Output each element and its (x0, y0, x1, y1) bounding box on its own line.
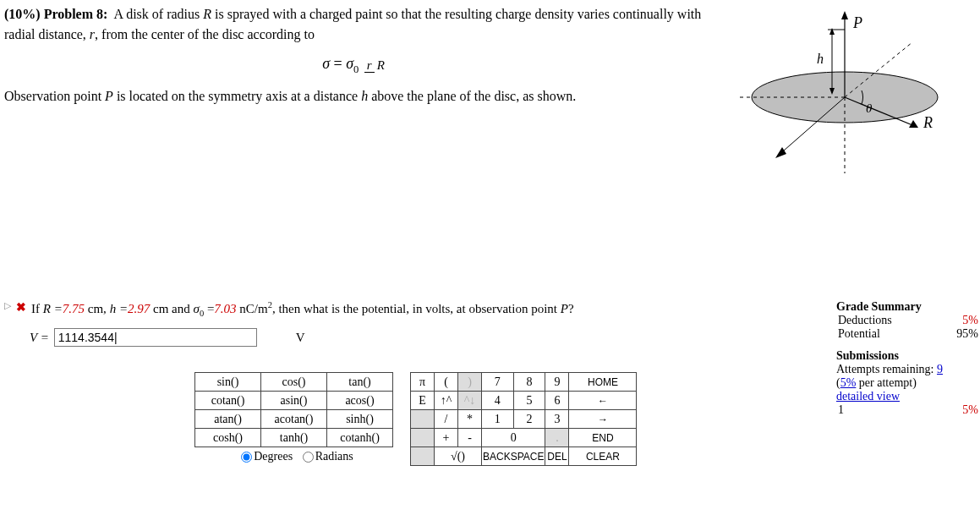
key-4[interactable]: 4 (482, 392, 514, 410)
key-minus[interactable]: - (458, 429, 482, 447)
key-left[interactable]: ← (569, 392, 637, 410)
answer-unit: V (296, 331, 305, 345)
key-6[interactable]: 6 (545, 392, 569, 410)
eq-sign: = (330, 55, 346, 72)
t: σ (193, 302, 199, 315)
key-rparen[interactable]: ) (458, 373, 482, 392)
attempt-1-value: 5% (884, 403, 980, 417)
grade-summary-title: Grade Summary (836, 300, 980, 314)
var-P: P (561, 302, 568, 315)
key-blank3 (411, 447, 435, 466)
key-del[interactable]: DEL (545, 447, 569, 466)
key-sqrt[interactable]: √() (435, 447, 482, 466)
answer-label: V = (30, 331, 49, 345)
fn-cos[interactable]: cos() (261, 373, 327, 392)
t: ? (568, 302, 574, 315)
key-2[interactable]: 2 (513, 410, 545, 429)
grade-panel: Grade Summary Deductions5% Potential95% … (836, 300, 980, 417)
deductions-value: 5% (936, 314, 980, 327)
fn-asin[interactable]: asin() (261, 392, 327, 410)
answer-input[interactable] (54, 328, 257, 347)
t: If (31, 302, 43, 315)
rad-radio[interactable] (303, 452, 314, 463)
function-pad: sin()cos()tan() cotan()asin()acos() atan… (194, 372, 393, 447)
fig-label-theta: θ (866, 101, 873, 115)
incorrect-icon: ✖ (16, 300, 26, 315)
fig-label-P: P (852, 14, 862, 31)
problem-title: Problem 8: (44, 7, 108, 21)
rad-radio-label[interactable]: Radians (296, 450, 353, 463)
fn-cotan[interactable]: cotan() (195, 392, 261, 410)
fig-label-R: R (923, 114, 933, 131)
sigma: σ (322, 55, 330, 72)
key-end[interactable]: END (569, 429, 637, 447)
expand-icon[interactable]: ▷ (4, 300, 11, 311)
key-plus[interactable]: + (435, 429, 458, 447)
fn-atan[interactable]: atan() (195, 410, 261, 429)
key-1[interactable]: 1 (482, 410, 514, 429)
key-E[interactable]: E (411, 392, 435, 410)
t: Degrees (254, 450, 293, 463)
key-5[interactable]: 5 (513, 392, 545, 410)
text: , from the center of the disc according … (95, 27, 315, 41)
h-value: 2.97 (128, 302, 150, 315)
attempt-1-label: 1 (836, 403, 884, 417)
key-clear[interactable]: CLEAR (569, 447, 637, 466)
text: A disk of radius (113, 7, 203, 21)
question-text: If R =7.75 cm, h =2.97 cm and σ0 =7.03 n… (31, 300, 976, 318)
key-backspace[interactable]: BACKSPACE (482, 447, 545, 466)
var-h: h (361, 89, 368, 103)
key-right[interactable]: → (569, 410, 637, 429)
deg-radio[interactable] (241, 452, 252, 463)
svg-marker-8 (775, 147, 786, 158)
key-home[interactable]: HOME (569, 373, 637, 392)
potential-value: 95% (936, 327, 980, 341)
fn-acotan[interactable]: acotan() (261, 410, 327, 429)
key-dot[interactable]: . (545, 429, 569, 447)
key-3[interactable]: 3 (545, 410, 569, 429)
fn-acos[interactable]: acos() (327, 392, 393, 410)
per-attempt-link[interactable]: 5% (840, 376, 857, 389)
key-div[interactable]: / (435, 410, 458, 429)
equation: σ = σ0 rR (4, 55, 705, 76)
t: Radians (315, 450, 353, 463)
attempts-link[interactable]: 9 (937, 363, 943, 375)
frac-den: R (375, 58, 387, 72)
key-sup[interactable]: ↑^ (435, 392, 458, 410)
fn-tanh[interactable]: tanh() (261, 429, 327, 447)
key-sub[interactable]: ^↓ (458, 392, 482, 410)
svg-marker-11 (829, 28, 835, 35)
key-7[interactable]: 7 (482, 373, 514, 392)
t: per attempt) (856, 376, 917, 389)
fn-cosh[interactable]: cosh() (195, 429, 261, 447)
key-0[interactable]: 0 (482, 429, 545, 447)
key-8[interactable]: 8 (513, 373, 545, 392)
text: is located on the symmetry axis at a dis… (113, 89, 361, 103)
answer-row: V = V (4, 328, 976, 347)
key-blank1 (411, 410, 435, 429)
key-blank2 (411, 429, 435, 447)
detailed-view-link[interactable]: detailed view (836, 390, 900, 403)
sigma-value: 7.03 (214, 302, 236, 315)
problem-weight: (10%) (4, 7, 41, 21)
key-9[interactable]: 9 (545, 373, 569, 392)
R-value: 7.75 (63, 302, 85, 315)
angle-mode-row: Degrees Radians (194, 447, 393, 466)
t: cm, (85, 302, 110, 315)
potential-label: Potential (836, 327, 936, 341)
sigma0-0: 0 (353, 63, 359, 75)
t: R = (43, 302, 63, 315)
key-mul[interactable]: * (458, 410, 482, 429)
sigma0-s: σ (346, 55, 353, 72)
svg-marker-2 (841, 11, 848, 19)
fn-sin[interactable]: sin() (195, 373, 261, 392)
text: Observation point (4, 89, 105, 103)
key-lparen[interactable]: ( (435, 373, 458, 392)
key-pi[interactable]: π (411, 373, 435, 392)
fn-sinh[interactable]: sinh() (327, 410, 393, 429)
fn-cotanh[interactable]: cotanh() (327, 429, 393, 447)
deg-radio-label[interactable]: Degrees (234, 450, 293, 463)
fn-tan[interactable]: tan() (327, 373, 393, 392)
calculator-area: sin()cos()tan() cotan()asin()acos() atan… (4, 372, 976, 466)
frac-num: r (364, 58, 375, 73)
